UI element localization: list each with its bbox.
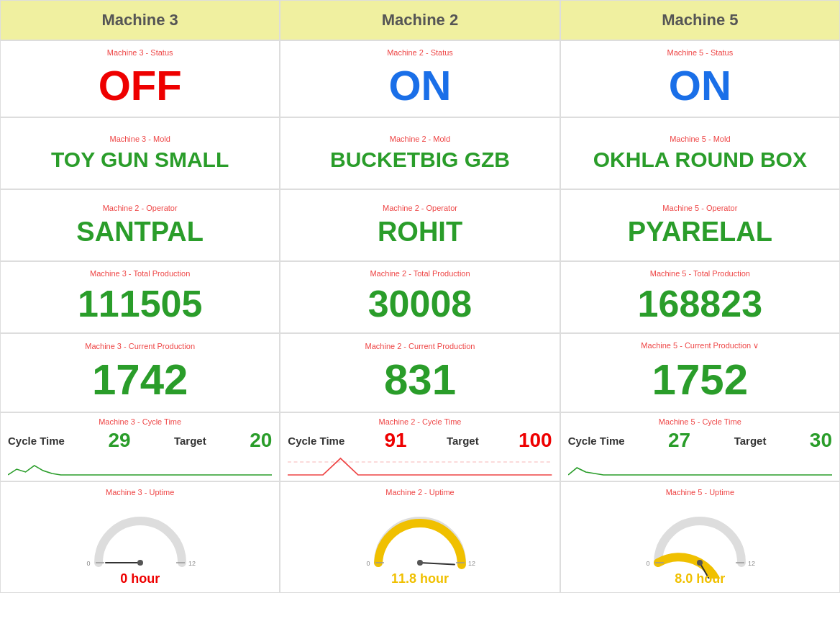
- machine2-mold-value: BUCKETBIG GZB: [330, 148, 510, 172]
- svg-point-12: [137, 560, 143, 566]
- machine-machine2-header: Machine 2: [280, 0, 560, 40]
- svg-text:0: 0: [86, 560, 90, 567]
- machine-machine5-header: Machine 5: [560, 0, 840, 40]
- machine5-current-label: Machine 5 - Current Production ∨: [572, 341, 828, 350]
- svg-text:12: 12: [468, 560, 475, 567]
- machine3-status-value: OFF: [99, 61, 182, 109]
- machine2-mold-label: Machine 2 - Mold: [292, 135, 547, 143]
- machine2-cycle-number: 91: [385, 429, 407, 452]
- machine5-status-cell: Machine 5 - Status ON: [560, 40, 840, 117]
- machine3-sparkline: [8, 455, 272, 476]
- machine3-uptime-label: Machine 3 - Uptime: [106, 488, 174, 497]
- machine5-cycle-time-label: Cycle Time: [568, 435, 625, 447]
- machine5-uptime-label: Machine 5 - Uptime: [666, 488, 734, 497]
- machine5-mold-cell: Machine 5 - Mold OKHLA ROUND BOX: [560, 117, 840, 189]
- machine3-cycle-time-label: Cycle Time: [8, 435, 65, 447]
- machine5-mold-label: Machine 5 - Mold: [572, 135, 828, 143]
- machine5-total-value: 168823: [638, 282, 763, 325]
- machine5-cycle-label: Machine 5 - Cycle Time: [568, 417, 832, 426]
- machine3-current-label: Machine 3 - Current Production: [12, 342, 268, 350]
- machine2-sparkline: [288, 455, 552, 476]
- machine5-status-value: ON: [669, 61, 731, 109]
- machine5-sparkline: [568, 455, 832, 476]
- machine2-total-value: 30008: [368, 282, 472, 325]
- machine5-target-label: Target: [734, 435, 767, 447]
- machine5-current-cell: Machine 5 - Current Production ∨ 1752: [560, 333, 840, 412]
- machine3-uptime-cell: Machine 3 - Uptime 0 3 6 9 12 0 hour: [0, 481, 280, 593]
- machine3-operator-label: Machine 2 - Operator: [12, 204, 268, 212]
- machine3-mold-label: Machine 3 - Mold: [12, 135, 268, 143]
- svg-text:0: 0: [366, 560, 370, 567]
- svg-line-23: [420, 563, 455, 565]
- machine5-operator-value: PYARELAL: [628, 217, 772, 248]
- machine5-uptime-value: 8.0 hour: [675, 571, 725, 586]
- machine5-uptime-cell: Machine 5 - Uptime 0 3 6 9 12 8.0 hour: [560, 481, 840, 593]
- svg-text:0: 0: [647, 560, 650, 567]
- machine2-uptime-cell: Machine 2 - Uptime 0 3 6 9 12 11.8 hour: [280, 481, 560, 593]
- machine2-operator-value: ROHIT: [378, 217, 462, 248]
- machine2-target-label: Target: [447, 435, 479, 447]
- machine5-gauge-svg: 0 3 6 9 12: [642, 499, 757, 579]
- machine2-cycle-label: Machine 2 - Cycle Time: [288, 417, 552, 426]
- machine2-mold-cell: Machine 2 - Mold BUCKETBIG GZB: [280, 117, 560, 189]
- machine5-total-cell: Machine 5 - Total Production 168823: [560, 261, 840, 333]
- machine3-cycle-number: 29: [108, 429, 130, 452]
- machine2-cycle-cell: Machine 2 - Cycle Time Cycle Time 91 Tar…: [280, 412, 560, 481]
- machine3-target-number: 20: [250, 429, 272, 452]
- machine5-total-label: Machine 5 - Total Production: [572, 269, 828, 278]
- machine3-status-cell: Machine 3 - Status OFF: [0, 40, 280, 117]
- machine2-target-number: 100: [519, 429, 552, 452]
- machine3-mold-cell: Machine 3 - Mold TOY GUN SMALL: [0, 117, 280, 189]
- machine2-cycle-time-label: Cycle Time: [288, 435, 344, 447]
- machine3-operator-value: SANTPAL: [76, 217, 204, 248]
- machine-machine3-header: Machine 3: [0, 0, 280, 40]
- machine2-gauge-svg: 0 3 6 9 12: [362, 499, 478, 579]
- machine2-uptime-label: Machine 2 - Uptime: [385, 488, 454, 497]
- machine3-total-label: Machine 3 - Total Production: [12, 269, 268, 278]
- machine2-status-value: ON: [388, 61, 451, 109]
- machine2-operator-cell: Machine 2 - Operator ROHIT: [280, 189, 560, 261]
- machine5-cycle-number: 27: [668, 429, 690, 452]
- machine3-cycle-label: Machine 3 - Cycle Time: [8, 417, 272, 426]
- svg-point-36: [697, 560, 703, 566]
- machine3-target-label: Target: [174, 435, 206, 447]
- svg-text:12: 12: [748, 560, 755, 567]
- machine3-total-cell: Machine 3 - Total Production 111505: [0, 261, 280, 333]
- machine3-current-value: 1742: [92, 355, 188, 404]
- machine3-gauge-svg: 0 3 6 9 12: [83, 499, 198, 579]
- machine2-current-label: Machine 2 - Current Production: [292, 342, 547, 350]
- machine3-uptime-value: 0 hour: [120, 571, 160, 586]
- machine3-current-cell: Machine 3 - Current Production 1742: [0, 333, 280, 412]
- svg-text:12: 12: [188, 560, 196, 567]
- machine2-operator-label: Machine 2 - Operator: [292, 204, 547, 212]
- machine2-status-label: Machine 2 - Status: [292, 48, 547, 57]
- machine3-status-label: Machine 3 - Status: [12, 48, 268, 57]
- machine5-mold-value: OKHLA ROUND BOX: [593, 148, 807, 172]
- machine3-operator-cell: Machine 2 - Operator SANTPAL: [0, 189, 280, 261]
- machine3-total-value: 111505: [78, 282, 203, 325]
- machine2-total-cell: Machine 2 - Total Production 30008: [280, 261, 560, 333]
- svg-point-24: [417, 560, 423, 566]
- machine5-status-label: Machine 5 - Status: [572, 48, 828, 57]
- machine3-cycle-cell: Machine 3 - Cycle Time Cycle Time 29 Tar…: [0, 412, 280, 481]
- machine5-operator-label: Machine 5 - Operator: [572, 204, 828, 212]
- machine3-mold-value: TOY GUN SMALL: [51, 148, 229, 172]
- machine5-cycle-cell: Machine 5 - Cycle Time Cycle Time 27 Tar…: [560, 412, 840, 481]
- machine2-status-cell: Machine 2 - Status ON: [280, 40, 560, 117]
- machine2-uptime-value: 11.8 hour: [391, 571, 449, 586]
- machine5-current-value: 1752: [652, 355, 748, 404]
- machine2-current-value: 831: [384, 355, 456, 404]
- machine5-target-number: 30: [810, 429, 832, 452]
- machine2-current-cell: Machine 2 - Current Production 831: [280, 333, 560, 412]
- machine5-operator-cell: Machine 5 - Operator PYARELAL: [560, 189, 840, 261]
- machine2-total-label: Machine 2 - Total Production: [292, 269, 547, 278]
